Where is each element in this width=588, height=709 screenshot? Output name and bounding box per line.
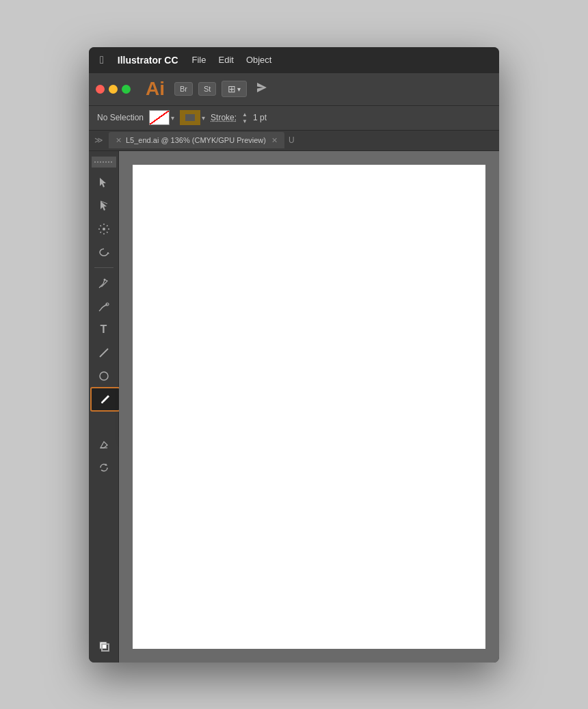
menu-bar:  Illustrator CC File Edit Object (89, 47, 499, 73)
fullscreen-button[interactable] (122, 85, 131, 94)
ai-logo: Ai (146, 78, 165, 100)
bottom-tools (89, 635, 119, 657)
fill-stroke-tool[interactable] (92, 635, 116, 657)
tab-close-right-icon[interactable]: ✕ (271, 136, 278, 145)
stroke-value: 1 pt (253, 113, 267, 122)
tab-close-left-icon[interactable]: ✕ (116, 136, 122, 145)
svg-line-12 (99, 310, 101, 311)
send-icon[interactable] (255, 81, 269, 98)
shape-tool[interactable] (92, 365, 116, 387)
canvas-area (119, 151, 499, 663)
traffic-lights (96, 85, 131, 94)
tool-separator-1 (94, 267, 113, 268)
menu-edit[interactable]: Edit (218, 55, 233, 65)
lasso-tool[interactable] (92, 241, 116, 263)
tab-extra[interactable]: U (289, 135, 295, 145)
main-toolbar: Ai Br St ⊞ ▾ (89, 73, 499, 106)
svg-line-6 (107, 225, 107, 226)
svg-line-5 (107, 232, 107, 232)
svg-line-4 (100, 225, 101, 226)
type-tool-icon: T (101, 323, 107, 336)
app-name: Illustrator CC (118, 55, 178, 66)
canvas[interactable] (133, 165, 485, 649)
stroke-label[interactable]: Stroke: (211, 113, 237, 122)
svg-rect-19 (100, 642, 107, 649)
fill-dropdown-arrow[interactable]: ▾ (171, 114, 174, 122)
direct-selection-tool[interactable] (92, 195, 116, 217)
menu-items: File Edit Object (192, 55, 272, 65)
app-window:  Illustrator CC File Edit Object Ai Br … (89, 47, 499, 663)
tab-bar: ≫ ✕ L5_end.ai @ 136% (CMYK/GPU Preview) … (89, 131, 499, 151)
svg-point-14 (100, 372, 108, 380)
pen-tool[interactable] (92, 272, 116, 294)
left-toolbar: T (89, 151, 119, 663)
layout-chevron-icon: ▾ (237, 85, 241, 93)
svg-point-8 (103, 228, 105, 230)
rotate-tool[interactable] (92, 457, 116, 479)
stroke-dropdown-arrow[interactable]: ▾ (202, 114, 205, 122)
curvature-pen-tool[interactable] (92, 295, 116, 317)
line-tool[interactable] (92, 342, 116, 364)
stroke-swatch[interactable] (180, 110, 200, 125)
menu-object[interactable]: Object (246, 55, 272, 65)
active-tab[interactable]: ✕ L5_end.ai @ 136% (CMYK/GPU Preview) ✕ (109, 132, 284, 148)
close-button[interactable] (96, 85, 105, 94)
stock-button[interactable]: St (198, 82, 216, 96)
svg-point-9 (103, 278, 105, 280)
tab-scroll-arrow[interactable]: ≫ (94, 135, 103, 145)
eraser-tool[interactable] (92, 433, 116, 455)
svg-line-13 (100, 349, 108, 357)
apple-logo:  (100, 54, 104, 66)
main-content: T (89, 151, 499, 663)
type-tool[interactable]: T (92, 319, 116, 340)
no-selection-label: No Selection (97, 113, 144, 122)
flyout-highlight (90, 387, 120, 412)
ruler-indicator (92, 157, 116, 168)
minimize-button[interactable] (109, 85, 118, 94)
svg-line-7 (100, 232, 101, 232)
layout-button[interactable]: ⊞ ▾ (222, 81, 247, 97)
selection-tool[interactable] (92, 172, 116, 193)
svg-point-16 (101, 401, 103, 403)
svg-line-10 (99, 286, 101, 288)
tab-title: L5_end.ai @ 136% (CMYK/GPU Preview) (126, 136, 266, 144)
layout-icon: ⊞ (228, 83, 236, 94)
paintbrush-tool-container: Paintbrush Tool (B) ▶ (92, 388, 116, 410)
bridge-button[interactable]: Br (174, 82, 193, 96)
magic-wand-tool[interactable] (92, 218, 116, 240)
stroke-spinners[interactable]: ▲ ▼ (242, 111, 248, 124)
fill-swatch[interactable] (149, 110, 170, 125)
options-bar: No Selection ▾ ▾ Stroke: ▲ ▼ 1 pt (89, 106, 499, 131)
menu-file[interactable]: File (192, 55, 206, 65)
